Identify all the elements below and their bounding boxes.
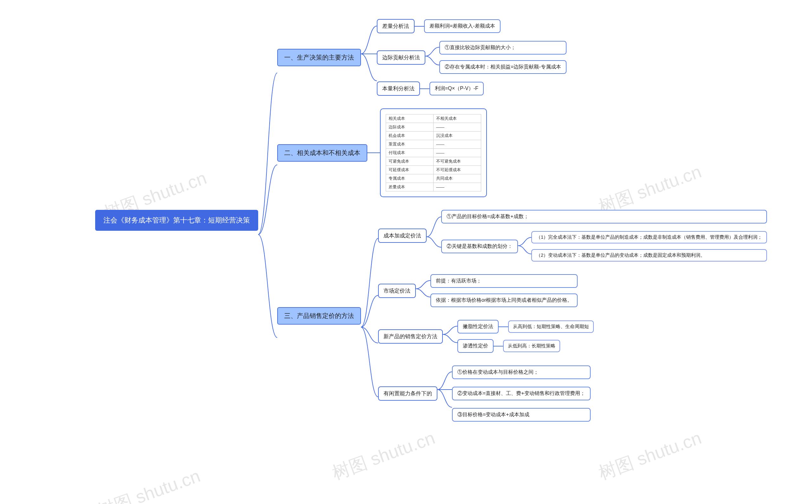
node-b3c3d1e1[interactable]: 从高到低：短期性策略、生命周期短 <box>508 320 594 333</box>
node-b3[interactable]: 三、产品销售定价的方法 <box>277 307 361 325</box>
node-b2-table[interactable]: 相关成本不相关成本 边际成本—— 机会成本沉没成本 重置成本—— 付现成本—— … <box>380 108 487 197</box>
branch-3: 三、产品销售定价的方法 成本加成定价法 <box>277 210 767 422</box>
node-b1c1[interactable]: 差量分析法 <box>377 19 415 33</box>
connector <box>426 41 439 74</box>
node-b3c3d1[interactable]: 撇脂性定价法 <box>458 320 499 333</box>
connector <box>427 210 441 262</box>
node-b1c2[interactable]: 边际贡献分析法 <box>377 50 426 65</box>
node-b3c4d2[interactable]: ②变动成本=直接材、工、费+变动销售和行政管理费用； <box>452 387 591 400</box>
connector <box>361 19 377 96</box>
node-b3c2d1[interactable]: 前提：有活跃市场； <box>431 274 578 288</box>
node-b1c2d1[interactable]: ①直接比较边际贡献额的大小； <box>439 41 567 55</box>
connector <box>518 231 531 262</box>
node-b3c1d1[interactable]: ①产品的目标价格=成本基数+成数； <box>441 210 767 223</box>
branch-1: 一、生产决策的主要方法 差量分析法 差额利润=差额收入-差额成本 边际贡献分析法 <box>277 19 767 96</box>
node-b3c1[interactable]: 成本加成定价法 <box>378 229 427 243</box>
watermark: 树图 shutu.cn <box>94 464 204 504</box>
node-b3c3[interactable]: 新产品的销售定价方法 <box>378 329 443 344</box>
node-b1c3[interactable]: 本量利分析法 <box>377 81 420 96</box>
node-b3c4d1[interactable]: ①价格在变动成本与目标价格之间； <box>452 365 591 379</box>
cost-table: 相关成本不相关成本 边际成本—— 机会成本沉没成本 重置成本—— 付现成本—— … <box>386 114 481 191</box>
node-b3c1d2e2[interactable]: （2）变动成本法下：基数是单位产品的变动成本；成数是固定成本和预期利润。 <box>531 249 767 262</box>
connector <box>416 274 431 307</box>
watermark: 树图 shutu.cn <box>595 426 705 485</box>
node-b3c1d2[interactable]: ②关键是基数和成数的划分： <box>441 240 518 253</box>
node-b3c2d2[interactable]: 依据：根据市场价格or根据市场上同类或者相似产品的价格。 <box>431 294 578 307</box>
node-b3c3d2[interactable]: 渗透性定价 <box>458 339 494 353</box>
connector <box>258 19 277 422</box>
node-b1[interactable]: 一、生产决策的主要方法 <box>277 49 361 66</box>
node-b3c1d2e1[interactable]: （1）完全成本法下：基数是单位产品的制造成本；成数是非制造成本（销售费用、管理费… <box>531 231 767 243</box>
node-b1c2d2[interactable]: ②存在专属成本时：相关损益=边际贡献额-专属成本 <box>439 60 567 74</box>
node-b3c4d3[interactable]: ③目标价格=变动成本+成本加成 <box>452 408 591 422</box>
node-b2[interactable]: 二、相关成本和不相关成本 <box>277 144 367 162</box>
connector <box>443 320 458 353</box>
node-b3c4[interactable]: 有闲置能力条件下的 <box>378 386 438 401</box>
mindmap-canvas[interactable]: 注会《财务成本管理》第十七章：短期经营决策 一、生产决策的主要方法 差量分析 <box>95 19 767 422</box>
connector <box>361 210 378 422</box>
node-b1c1d1[interactable]: 差额利润=差额收入-差额成本 <box>424 19 501 33</box>
watermark: 树图 shutu.cn <box>329 426 439 485</box>
root-node[interactable]: 注会《财务成本管理》第十七章：短期经营决策 <box>95 210 258 231</box>
node-b3c3d2e1[interactable]: 从低到高：长期性策略 <box>503 340 560 352</box>
node-b1c3d1[interactable]: 利润=Q×（P-V）-F <box>430 82 484 95</box>
node-b3c2[interactable]: 市场定价法 <box>378 284 416 298</box>
branch-2: 二、相关成本和不相关成本 相关成本不相关成本 边际成本—— 机会成本沉没成本 重… <box>277 108 767 197</box>
connector <box>438 365 452 422</box>
